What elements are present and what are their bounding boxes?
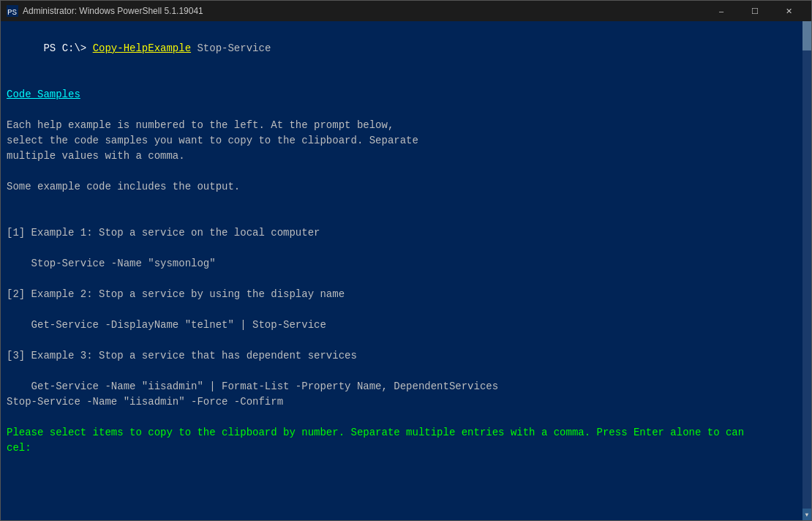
maximize-button[interactable]: ☐ [738, 1, 772, 21]
example2-header: [2] Example 2: Stop a service by using t… [7, 287, 805, 302]
intro-text: Each help example is numbered to the lef… [7, 118, 805, 164]
command-text: Copy-HelpExample [93, 42, 191, 54]
note-text: Some example code includes the output. [7, 179, 805, 195]
command-arg: Stop-Service [191, 42, 271, 54]
section-heading: Code Samples [7, 87, 805, 102]
example3-code1: Get-Service -Name "iisadmin" | Format-Li… [7, 379, 805, 394]
minimize-button[interactable]: – [704, 1, 738, 21]
select-prompt: Please select items to copy to the clipb… [7, 425, 805, 456]
powershell-icon: PS [7, 5, 18, 17]
window: PS Administrator: Windows PowerShell 5.1… [0, 0, 812, 521]
example2-code: Get-Service -DisplayName "telnet" | Stop… [7, 318, 805, 333]
example3-header: [3] Example 3: Stop a service that has d… [7, 348, 805, 364]
empty-line-2 [7, 102, 805, 118]
prompt-text: PS C:\> [43, 42, 92, 54]
svg-text:PS: PS [7, 8, 18, 17]
window-controls: – ☐ ✕ [704, 1, 805, 21]
empty-line-1 [7, 72, 805, 87]
prompt-line: PS C:\> Copy-HelpExample Stop-Service [7, 26, 805, 72]
empty-line-11 [7, 410, 805, 425]
window-title: Administrator: Windows PowerShell 5.1.19… [23, 6, 704, 16]
scroll-down-button[interactable]: ▼ [802, 509, 811, 520]
scrollbar-thumb[interactable] [802, 21, 811, 50]
title-bar: PS Administrator: Windows PowerShell 5.1… [1, 1, 811, 21]
empty-line-3 [7, 164, 805, 179]
empty-line-10 [7, 364, 805, 379]
example1-code: Stop-Service -Name "sysmonlog" [7, 256, 805, 271]
empty-line-4 [7, 195, 805, 210]
empty-line-8 [7, 302, 805, 318]
empty-line-5 [7, 210, 805, 225]
terminal-area[interactable]: PS C:\> Copy-HelpExample Stop-Service Co… [1, 21, 811, 520]
empty-line-9 [7, 333, 805, 348]
scrollbar-track[interactable]: ▲ ▼ [802, 21, 811, 520]
empty-line-6 [7, 241, 805, 256]
example1-header: [1] Example 1: Stop a service on the loc… [7, 225, 805, 241]
close-button[interactable]: ✕ [772, 1, 805, 21]
empty-line-7 [7, 271, 805, 287]
example3-code2: Stop-Service -Name "iisadmin" -Force -Co… [7, 394, 805, 410]
